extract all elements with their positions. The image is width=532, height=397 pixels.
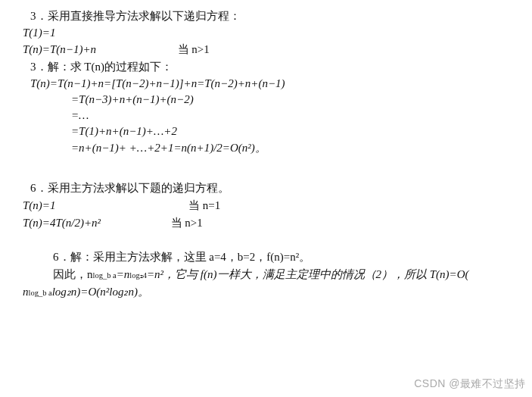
exponent-stack: log_b a [29,289,52,296]
p3-solution-heading: 3．解：求 T(n)的过程如下： [30,60,509,74]
p3-eq1: T(1)=1 [23,27,509,39]
p3-heading: 3．采用直接推导方法求解以下递归方程： [30,9,509,23]
math-text: T(n)=4T(n/2)+n² [23,217,101,229]
exponent-stack: log_b a [93,272,117,279]
math-text: T(n)=T(n−1)+n [23,43,96,55]
text: 因此，n [53,268,93,280]
math-text: T(1)=1 [23,27,55,39]
condition-text: 当 n=1 [188,199,220,211]
p3-step5: =n+(n−1)+ +…+2+1=n(n+1)/2=O(n²)。 [71,141,509,155]
document-page: 3．采用直接推导方法求解以下递归方程： T(1)=1 T(n)=T(n−1)+n… [0,0,532,299]
condition-text: 当 n>1 [178,43,210,55]
watermark: CSDN @最难不过坚持 [414,377,526,391]
text: =n²，它与 f(n)一样大，满足主定理中的情况（2），所以 T(n)=O( [147,268,469,280]
math-text: T(n)=1 [23,199,55,211]
text: =n [117,268,130,280]
math-text: =T(n−3)+n+(n−1)+(n−2) [71,93,194,105]
p3-step2: =T(n−3)+n+(n−1)+(n−2) [71,93,509,106]
p3-step1: T(n)=T(n−1)+n=[T(n−2)+n−1)]+n=T(n−2)+n+(… [30,77,509,90]
text: log₂n)=O(n²log₂n)。 [52,286,149,298]
section-gap [23,158,509,178]
p3-step3: =… [71,109,509,122]
p6-line3: nlog_b alog₂n)=O(n²log₂n)。 [23,285,509,299]
exponent-stack: log₂4 [129,272,147,279]
p6-solution-heading: 6．解：采用主方法求解，这里 a=4，b=2，f(n)=n²。 [53,250,509,264]
exponent-text: log_b a [29,289,52,296]
math-text: =… [71,109,89,121]
p6-heading: 6．采用主方法求解以下题的递归方程。 [30,181,509,195]
spacer [23,233,509,247]
math-text: =T(1)+n+(n−1)+…+2 [71,125,177,137]
p6-eq2: T(n)=4T(n/2)+n² 当 n>1 [23,216,509,230]
text: n [23,286,29,298]
p6-line2: 因此，nlog_b a=nlog₂4=n²，它与 f(n)一样大，满足主定理中的… [53,267,509,282]
p3-step4: =T(1)+n+(n−1)+…+2 [71,125,509,138]
exponent-text: log₂4 [129,272,147,279]
math-text: =n+(n−1)+ +…+2+1=n(n+1)/2=O(n²)。 [71,142,266,154]
exponent-text: log_b a [93,272,117,279]
p3-eq2: T(n)=T(n−1)+n 当 n>1 [23,42,509,57]
condition-text: 当 n>1 [171,217,203,229]
math-text: T(n)=T(n−1)+n=[T(n−2)+n−1)]+n=T(n−2)+n+(… [30,77,285,89]
p6-eq1: T(n)=1 当 n=1 [23,198,509,213]
